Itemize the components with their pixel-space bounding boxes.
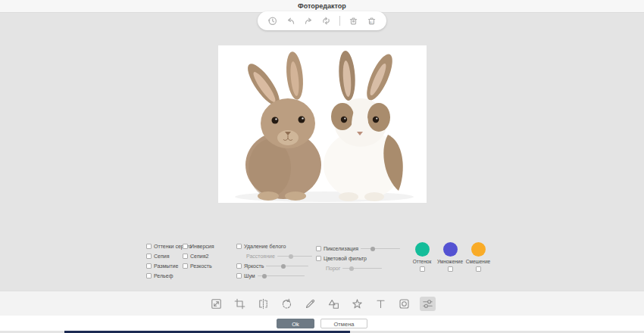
filter-emboss-checkbox[interactable] (146, 273, 152, 279)
repeat-icon[interactable] (321, 16, 331, 26)
noise-label: Шум (244, 272, 255, 279)
filter-invert-checkbox[interactable] (183, 244, 188, 249)
brightness-checkbox[interactable] (236, 263, 242, 269)
cancel-button[interactable]: Отмена (320, 319, 367, 328)
delete-icon[interactable] (349, 16, 358, 26)
distance-slider-thumb[interactable] (289, 254, 293, 259)
shapes-icon[interactable] (326, 297, 342, 311)
color-filter-row: Цветовой фильтр (316, 255, 367, 262)
tint-label: Оттенок (413, 259, 432, 264)
filter-invert-label: Инверсия (190, 243, 214, 250)
noise-checkbox[interactable] (236, 273, 242, 279)
pencil-icon[interactable] (302, 297, 318, 311)
frame-icon[interactable] (396, 297, 412, 311)
redo-icon[interactable] (304, 16, 314, 26)
distance-slider[interactable] (277, 254, 312, 260)
filter-blur-checkbox[interactable] (146, 263, 152, 269)
tint-checkbox[interactable] (420, 266, 425, 272)
filter-sepia2-label: Сепия2 (190, 253, 208, 260)
pixelate-checkbox[interactable] (316, 246, 321, 251)
filter-sharpen-checkbox[interactable] (183, 263, 188, 269)
filter-sharpen[interactable]: Резкость (183, 263, 212, 269)
undo-icon[interactable] (286, 16, 295, 26)
brightness-slider-thumb[interactable] (281, 264, 286, 269)
blend-mode-blend: Смешение (463, 242, 493, 272)
pixelate-slider-track[interactable] (361, 248, 400, 250)
remove-white-row: Удаление белого (236, 243, 286, 250)
brightness-slider-track[interactable] (266, 266, 308, 267)
distance-slider-track[interactable] (277, 256, 312, 257)
blend-checkbox[interactable] (476, 266, 481, 272)
footer: Ok Отмена (0, 316, 644, 331)
text-icon[interactable] (373, 297, 389, 311)
multiply-checkbox[interactable] (448, 266, 453, 272)
history-toolbar: ALL (258, 11, 386, 30)
filter-sepia2-checkbox[interactable] (183, 254, 188, 259)
toolbar-divider (339, 16, 340, 26)
multiply-label: Умножение (437, 259, 463, 264)
image-canvas[interactable] (218, 45, 427, 203)
noise-slider-thumb[interactable] (262, 274, 267, 279)
threshold-slider[interactable] (342, 266, 382, 272)
pixelate-slider[interactable] (361, 246, 400, 252)
adjustments-icon[interactable] (420, 297, 436, 311)
ok-button[interactable]: Ok (277, 319, 314, 328)
remove-white-checkbox[interactable] (236, 244, 242, 249)
threshold-label: Порог (326, 265, 340, 272)
blend-mode-tint: Оттенок (407, 242, 437, 272)
star-icon[interactable] (349, 297, 365, 311)
pixelate-label: Пикселизация (324, 245, 358, 252)
delete-all-icon[interactable]: ALL (367, 16, 377, 26)
multiply-color-swatch[interactable] (443, 242, 458, 257)
remove-white-label: Удаление белого (244, 243, 286, 250)
tools-toolbar (0, 291, 644, 316)
distance-label: Расстояние (246, 253, 275, 260)
noise-slider[interactable] (258, 273, 305, 279)
color-filter-checkbox[interactable] (316, 256, 321, 261)
filter-sepia2[interactable]: Сепия2 (183, 253, 208, 260)
filter-emboss[interactable]: Рельеф (146, 272, 173, 279)
history-icon[interactable] (267, 16, 277, 26)
window-title: Фоторедактор (298, 2, 346, 10)
pixelate-row: Пикселизация (316, 245, 400, 252)
filter-sepia[interactable]: Сепия (146, 253, 169, 260)
threshold-row: Порог (326, 265, 382, 272)
color-filter-label: Цветовой фильтр (324, 255, 367, 262)
threshold-slider-thumb[interactable] (349, 266, 354, 271)
rotate-icon[interactable] (279, 297, 295, 311)
filter-blur[interactable]: Размытие (146, 263, 178, 269)
brightness-label: Яркость (244, 263, 264, 269)
tint-color-swatch[interactable] (415, 242, 430, 257)
filter-blur-label: Размытие (154, 263, 178, 269)
filter-sepia-label: Сепия (154, 253, 169, 260)
blend-mode-multiply: Умножение (435, 242, 465, 272)
filter-sharpen-label: Резкость (190, 263, 212, 269)
noise-row: Шум (236, 272, 305, 279)
resize-icon[interactable] (208, 297, 224, 311)
crop-icon[interactable] (232, 297, 248, 311)
distance-row: Расстояние (246, 253, 312, 260)
flip-icon[interactable] (255, 297, 271, 311)
filter-grayscale-checkbox[interactable] (146, 244, 152, 249)
blend-color-swatch[interactable] (471, 242, 486, 257)
brightness-slider[interactable] (266, 263, 308, 269)
blend-label: Смешение (466, 259, 490, 264)
filter-invert[interactable]: Инверсия (183, 243, 214, 250)
pixelate-slider-thumb[interactable] (370, 247, 375, 251)
rabbits-photo (218, 45, 427, 203)
filter-emboss-label: Рельеф (154, 272, 173, 279)
delete-all-label: ALL (369, 21, 374, 24)
filter-sepia-checkbox[interactable] (146, 254, 152, 259)
brightness-row: Яркость (236, 263, 308, 269)
